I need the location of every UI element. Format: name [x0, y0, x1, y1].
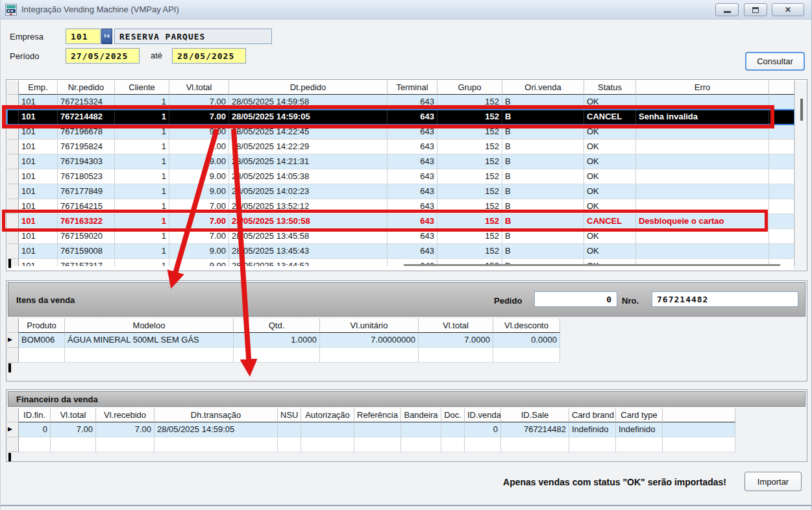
column-header[interactable]: Nr.pedido	[58, 80, 115, 95]
column-header[interactable]: Status	[584, 80, 636, 95]
table-row[interactable]: 10176716421517.0028/05/2025 13:52:126431…	[7, 199, 794, 214]
column-header[interactable]: Cliente	[115, 80, 169, 95]
column-header[interactable]: Dh.transação	[154, 408, 278, 422]
window-title: Integração Vending Machine (VMPay API)	[21, 5, 179, 14]
nro-field[interactable]: 767214482	[652, 291, 798, 307]
grid-cell: 643	[388, 140, 437, 154]
grid-cell	[354, 437, 401, 452]
table-row[interactable]: ▶BOM006ÁGUA MINERAL 500ML SEM GÁS1.00007…	[7, 333, 560, 348]
grid-cell: 7.00000000	[320, 333, 419, 348]
f4-lookup-button[interactable]: F4	[101, 29, 112, 44]
column-header[interactable]: Bandeira	[401, 408, 441, 422]
column-header[interactable]: Produto	[19, 319, 65, 333]
grid-cell	[636, 169, 769, 184]
grid-cell	[663, 408, 735, 422]
table-row[interactable]: 10176721532417.0028/05/2025 14:59:586431…	[7, 95, 794, 110]
grid-cell	[96, 437, 154, 452]
column-header[interactable]: Grupo	[437, 80, 502, 95]
vertical-scrollbar[interactable]	[794, 80, 807, 270]
grid-cell: B	[502, 214, 584, 229]
table-row[interactable]: 10176721448217.0028/05/2025 14:59:056431…	[7, 110, 794, 125]
horizontal-scrollbar-thumb[interactable]	[404, 264, 780, 266]
consultar-button[interactable]: Consultar	[745, 52, 805, 71]
grid-cell	[278, 437, 301, 452]
column-header[interactable]: Vl.recebido	[96, 408, 154, 422]
maximize-button[interactable]	[744, 3, 767, 16]
table-row[interactable]: 10176715900819.0028/05/2025 13:45:436431…	[7, 244, 794, 259]
column-header[interactable]: ID.venda	[465, 408, 501, 422]
grid-cell: 767157317	[58, 259, 115, 266]
grid-cell	[301, 437, 354, 452]
grid-cell: 1	[115, 184, 169, 199]
column-header[interactable]: Erro	[636, 80, 769, 95]
close-icon: ✕	[785, 6, 791, 14]
empty-row[interactable]	[7, 437, 735, 452]
table-row[interactable]: 10176719667819.0028/05/2025 14:22:456431…	[7, 125, 794, 140]
vertical-scrollbar-thumb[interactable]	[800, 99, 803, 121]
grid-cell: 28/05/2025 13:52:12	[229, 199, 388, 214]
column-header[interactable]: Vl.desconto	[493, 319, 560, 333]
pedido-field[interactable]: 0	[534, 291, 617, 307]
grid-cell	[769, 214, 794, 229]
column-header[interactable]: Autorização	[301, 408, 354, 422]
column-header[interactable]: Terminal	[388, 80, 437, 95]
grid-cell: 101	[19, 259, 58, 266]
grid-cell: 767196678	[58, 125, 115, 140]
column-header[interactable]: ID.Sale	[501, 408, 569, 422]
column-header[interactable]: Ori.venda	[502, 80, 584, 95]
importar-button[interactable]: Importar	[744, 472, 802, 491]
f4-label: F4	[104, 34, 109, 39]
grid-cell: 28/05/2025 13:45:43	[229, 244, 388, 259]
grid-cell: 1	[115, 125, 169, 140]
empresa-code-input[interactable]: 101	[66, 29, 101, 44]
grid-cell: 1	[115, 169, 169, 184]
column-header[interactable]: ID.fin.	[19, 408, 51, 422]
grid-cell: B	[502, 125, 584, 140]
column-header[interactable]: Dt.pedido	[229, 80, 388, 95]
orders-grid-frame: Emp.Nr.pedidoClienteVl.totalDt.pedidoTer…	[6, 79, 807, 271]
empresa-name-field: RESERVA PARQUES	[114, 29, 272, 44]
grid-cell	[465, 437, 501, 452]
date-to-input[interactable]: 28/05/2025	[172, 48, 246, 64]
column-header[interactable]: Vl.total	[169, 80, 229, 95]
close-button[interactable]: ✕	[772, 3, 804, 16]
column-header[interactable]: NSU	[278, 408, 301, 422]
column-header[interactable]: Card brand	[569, 408, 616, 422]
table-row[interactable]: 10176717784919.0028/05/2025 14:02:236431…	[7, 184, 794, 199]
grid-cell: 767159008	[58, 244, 115, 259]
empty-row[interactable]	[7, 348, 560, 363]
minimize-button[interactable]	[715, 3, 739, 16]
date-from-input[interactable]: 27/05/2025	[66, 48, 140, 64]
table-row[interactable]: ▶07.007.0028/05/2025 14:59:050767214482I…	[7, 422, 735, 437]
grid-cell: ÁGUA MINERAL 500ML SEM GÁS	[65, 333, 234, 348]
column-header[interactable]: Qtd.	[234, 319, 320, 333]
grid-cell	[7, 319, 19, 333]
table-row[interactable]: 10176718052319.0028/05/2025 14:05:386431…	[7, 169, 794, 184]
grid-cell	[419, 348, 493, 363]
grid-cell: 9.00	[169, 259, 229, 266]
column-header[interactable]: Card type	[616, 408, 663, 422]
grid-cell: 152	[437, 244, 502, 259]
grid-cell: OK	[584, 95, 636, 110]
import-warning-text: Apenas vendas com status "OK" serão impo…	[503, 477, 726, 487]
table-row[interactable]: 10176716332217.0028/05/2025 13:50:586431…	[7, 214, 794, 229]
grid-cell: ▶	[7, 422, 19, 437]
column-header[interactable]: Referência	[354, 408, 401, 422]
grid-cell: 643	[388, 95, 437, 110]
grid-cell: 643	[388, 169, 437, 184]
grid-cell	[301, 422, 354, 437]
column-header[interactable]: Doc.	[441, 408, 465, 422]
table-row[interactable]: 10176719430319.0028/05/2025 14:21:316431…	[7, 154, 794, 169]
column-header[interactable]: Modeloo	[65, 319, 234, 333]
table-row[interactable]: 10176715902017.0028/05/2025 13:45:586431…	[7, 229, 794, 244]
column-header[interactable]: Emp.	[19, 80, 58, 95]
titlebar[interactable]: Integração Vending Machine (VMPay API) ✕	[1, 0, 811, 19]
column-header[interactable]: Vl.total	[51, 408, 96, 422]
grid-cell: 28/05/2025 14:05:38	[229, 169, 388, 184]
grid-cell: BOM006	[19, 333, 65, 348]
column-header[interactable]: Vl.unitário	[320, 319, 419, 333]
table-row[interactable]: 10176719582419.0028/05/2025 14:22:296431…	[7, 140, 794, 154]
column-header[interactable]: Vl.total	[419, 319, 493, 333]
grid-cell: 7.00	[169, 95, 229, 110]
grid-cell: 767180523	[58, 169, 115, 184]
